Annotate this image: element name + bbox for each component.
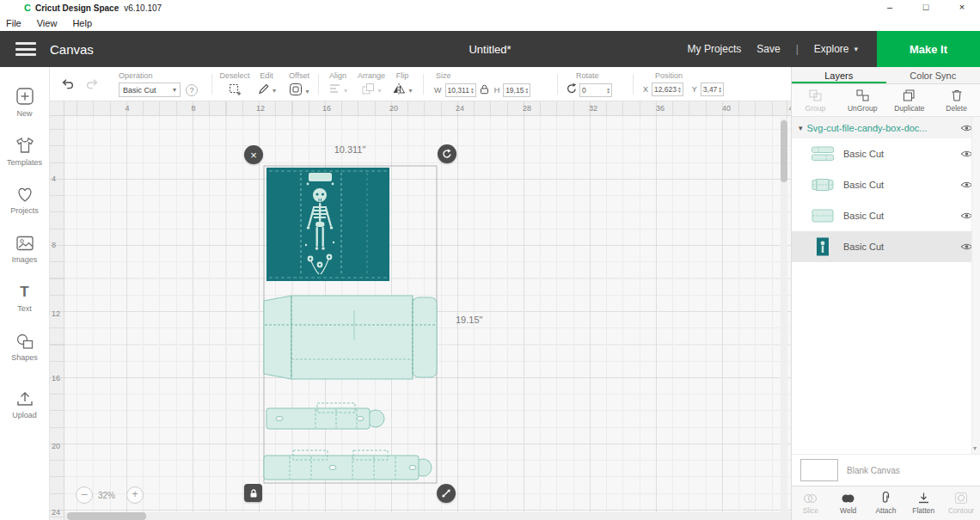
panel-scrollbar[interactable]: ▾ <box>971 117 980 454</box>
sidebar-item-templates[interactable]: Templates <box>0 126 49 175</box>
contour-button[interactable]: Contour <box>942 486 980 520</box>
x-stepper[interactable]: ▴▾ <box>678 86 681 94</box>
align-icon[interactable] <box>328 83 341 98</box>
blank-canvas-row[interactable]: Blank Canvas <box>792 454 980 486</box>
layer-actions: Group UnGroup Duplicate Delete <box>792 84 980 117</box>
zoom-in-button[interactable]: + <box>126 486 144 504</box>
help-button[interactable]: ? <box>186 84 198 96</box>
attach-button[interactable]: Attach <box>867 486 905 520</box>
group-button[interactable]: Group <box>792 84 839 116</box>
undo-icon[interactable] <box>60 77 74 94</box>
ungroup-button[interactable]: UnGroup <box>839 84 886 116</box>
my-projects-link[interactable]: My Projects <box>688 43 742 55</box>
chevron-down-icon[interactable]: ▾ <box>799 124 803 132</box>
offset-group: Offset ▾ <box>282 71 316 100</box>
offset-icon[interactable] <box>289 83 303 100</box>
selection-height-label: 19.15" <box>456 315 482 325</box>
canvas-grid[interactable]: × 10.311" 19.15" – 32% + <box>64 116 791 520</box>
canvas-color-swatch[interactable] <box>800 459 838 481</box>
window-controls: – □ × <box>872 0 980 15</box>
zoom-value: 32% <box>98 491 115 500</box>
selection-width-label: 10.311" <box>324 144 376 155</box>
artwork-box-die[interactable] <box>264 296 437 379</box>
layer-row-4[interactable]: Basic Cut <box>792 231 980 262</box>
sidebar-item-text[interactable]: T Text <box>0 273 49 322</box>
sidebar-item-new[interactable]: New <box>0 77 49 126</box>
tab-color-sync[interactable]: Color Sync <box>886 67 980 83</box>
rotate-icon[interactable] <box>566 83 578 98</box>
horizontal-scrollbar[interactable] <box>64 512 791 520</box>
images-icon <box>15 235 34 252</box>
save-link[interactable]: Save <box>756 43 780 55</box>
sidebar-item-images[interactable]: Images <box>0 224 49 273</box>
layer-row-1[interactable]: Basic Cut <box>792 138 980 169</box>
layer-row-2[interactable]: Basic Cut <box>792 169 980 200</box>
layer-row-3[interactable]: Basic Cut <box>792 200 980 231</box>
duplicate-button[interactable]: Duplicate <box>886 84 934 116</box>
maximize-icon[interactable]: □ <box>908 0 944 15</box>
explore-menu[interactable]: Explore ▾ <box>814 43 858 55</box>
weld-button[interactable]: Weld <box>830 486 867 520</box>
sidebar-label: Shapes <box>11 353 38 362</box>
artwork-teal-panel[interactable] <box>266 168 389 281</box>
flatten-icon <box>917 492 930 505</box>
size-lock-icon[interactable] <box>480 83 489 98</box>
sidebar-label: Upload <box>12 411 37 419</box>
rotate-field[interactable]: 0 ▴▾ <box>579 83 612 97</box>
chevron-down-icon[interactable]: ▾ <box>973 444 977 452</box>
minimize-icon[interactable]: – <box>872 0 908 15</box>
hamburger-menu-icon[interactable] <box>15 42 36 56</box>
arrange-icon[interactable] <box>361 83 375 99</box>
vertical-scrollbar[interactable] <box>781 118 787 517</box>
width-field[interactable]: 10,311 ▴▾ <box>445 83 476 97</box>
offset-label: Offset <box>282 71 316 80</box>
text-icon: T <box>20 284 28 301</box>
artwork-strip-1[interactable] <box>266 403 384 429</box>
lock-handle[interactable] <box>244 484 262 502</box>
layer-group-row[interactable]: ▾ Svg-cut-file-candy-box-doc... <box>792 117 980 138</box>
make-it-button[interactable]: Make It <box>877 31 980 67</box>
delete-handle[interactable]: × <box>244 145 263 164</box>
y-stepper[interactable]: ▴▾ <box>719 86 721 94</box>
slice-button[interactable]: Slice <box>792 486 830 520</box>
chevron-down-icon: ▾ <box>377 87 381 95</box>
chevron-down-icon: ▾ <box>408 87 412 95</box>
delete-button[interactable]: Delete <box>933 84 980 116</box>
layer-thumbnail <box>811 144 835 164</box>
artwork-strip-2[interactable] <box>264 450 432 480</box>
y-field[interactable]: 3,47 ▴▾ <box>701 83 724 96</box>
align-group: Align ▾ <box>322 71 354 98</box>
vertical-scrollbar-thumb[interactable] <box>781 120 787 182</box>
height-label: H <box>494 86 500 95</box>
deselect-icon[interactable] <box>228 83 242 100</box>
height-field[interactable]: 19,15 ▴▾ <box>503 83 530 97</box>
menu-file[interactable]: File <box>0 15 29 31</box>
zoom-out-button[interactable]: – <box>76 486 93 504</box>
layer-tools: Slice Weld Attach Flatten Contour <box>792 486 980 520</box>
deselect-label: Deselect <box>217 71 253 80</box>
rotate-stepper[interactable]: ▴▾ <box>607 87 609 95</box>
flatten-button[interactable]: Flatten <box>904 486 942 520</box>
tab-layers[interactable]: Layers <box>792 67 886 83</box>
horizontal-scrollbar-thumb[interactable] <box>67 512 146 520</box>
chevron-down-icon: ▾ <box>305 88 309 95</box>
resize-handle[interactable] <box>437 484 456 503</box>
rotate-label: Rotate <box>576 71 612 80</box>
delete-icon <box>950 89 964 102</box>
redo-icon[interactable] <box>86 77 100 94</box>
vertical-ruler: 4 8 12 16 20 24 <box>50 116 64 520</box>
edit-icon[interactable] <box>257 83 270 99</box>
sidebar-item-upload[interactable]: Upload <box>0 380 49 429</box>
width-stepper[interactable]: ▴▾ <box>471 87 474 95</box>
width-label: W <box>434 86 442 95</box>
menu-view[interactable]: View <box>29 15 65 31</box>
flip-icon[interactable] <box>392 83 406 98</box>
rotate-handle[interactable] <box>438 144 456 163</box>
height-stepper[interactable]: ▴▾ <box>525 87 528 95</box>
close-icon[interactable]: × <box>944 0 980 15</box>
x-field[interactable]: 12,623 ▴▾ <box>652 83 683 96</box>
sidebar-item-projects[interactable]: Projects <box>0 175 49 224</box>
operation-dropdown[interactable]: Basic Cut ▾ <box>119 83 181 97</box>
menu-help[interactable]: Help <box>64 15 100 31</box>
sidebar-item-shapes[interactable]: Shapes <box>0 322 49 371</box>
